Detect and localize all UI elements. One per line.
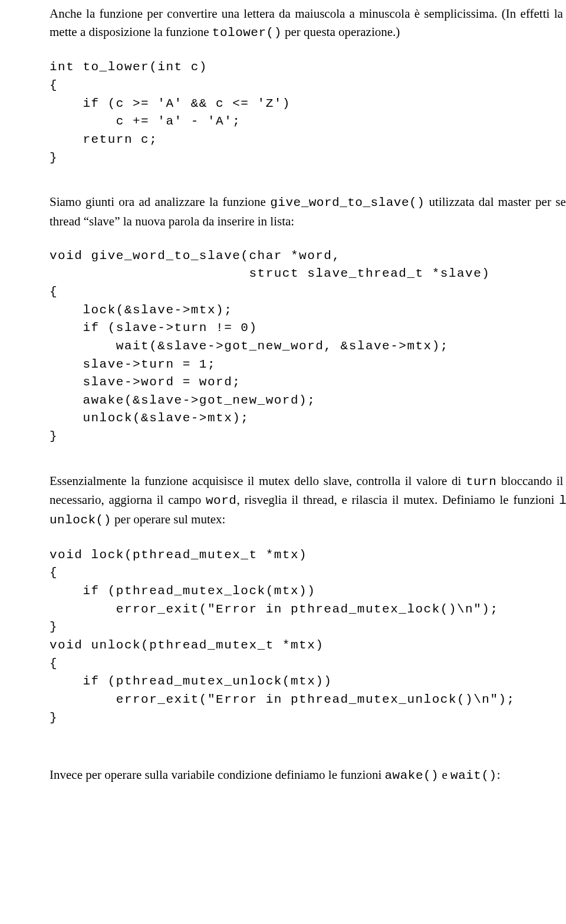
paragraph-2: Siamo giunti ora ad analizzare la funzio… — [50, 193, 566, 230]
inline-code-wait: wait() — [450, 769, 497, 782]
paragraph-2-text-a: Siamo giunti ora ad analizzare la funzio… — [50, 195, 270, 209]
inline-code-unlock: unlock() — [50, 513, 111, 527]
inline-code-turn: turn — [466, 475, 496, 489]
paragraph-4-text-a: Invece per operare sulla variabile condi… — [50, 768, 385, 782]
code-block-to-lower: int to_lower(int c) { if (c >= 'A' && c … — [50, 58, 566, 167]
paragraph-4-text-c: : — [497, 768, 501, 782]
paragraph-4: Invece per operare sulla variabile condi… — [50, 766, 566, 785]
inline-code-word: word — [206, 494, 236, 507]
paragraph-3-text-c: , risveglia il thread, e rilascia il mut… — [236, 493, 559, 507]
paragraph-1: Anche la funzione per convertire una let… — [50, 5, 566, 42]
code-block-lock-unlock: void lock(pthread_mutex_t *mtx) { if (pt… — [50, 546, 566, 728]
paragraph-1-text-b: per questa operazione.) — [282, 25, 400, 39]
paragraph-3: Essenzialmente la funzione acquisisce il… — [50, 472, 566, 530]
paragraph-3-text-e: per operare sul mutex: — [111, 512, 226, 526]
inline-code-tolower: tolower() — [212, 26, 282, 40]
inline-code-give-word-to-slave: give_word_to_slave() — [270, 196, 424, 209]
inline-code-lock: lock() — [559, 494, 566, 507]
paragraph-4-text-b: e — [439, 768, 450, 782]
inline-code-awake: awake() — [385, 769, 439, 782]
paragraph-3-text-a: Essenzialmente la funzione acquisisce il… — [50, 474, 466, 488]
code-block-give-word-to-slave: void give_word_to_slave(char *word, stru… — [50, 247, 566, 446]
